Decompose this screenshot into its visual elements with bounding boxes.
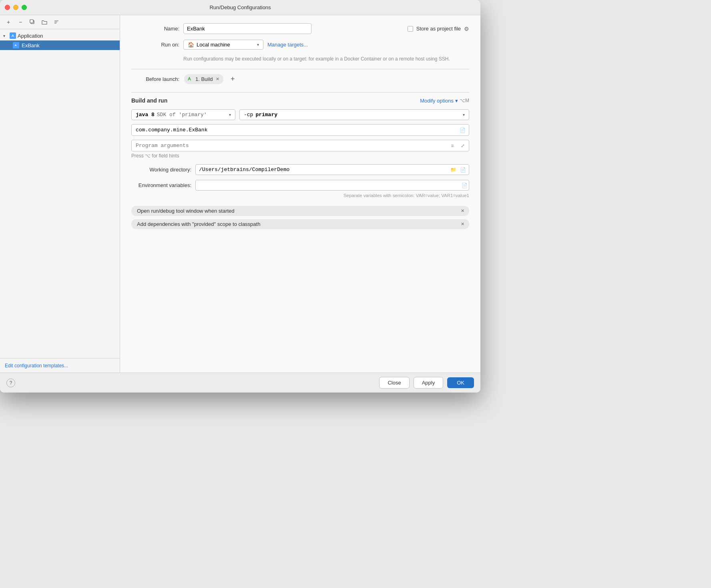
store-as-project-checkbox[interactable] bbox=[408, 26, 413, 32]
option-tag1-close-icon[interactable]: ✕ bbox=[461, 208, 464, 213]
ok-button[interactable]: OK bbox=[447, 377, 474, 388]
help-icon: ? bbox=[10, 380, 12, 386]
add-before-launch-button[interactable]: + bbox=[228, 75, 237, 84]
main-class-input[interactable] bbox=[132, 125, 456, 135]
copy-config-button[interactable] bbox=[27, 18, 38, 26]
program-args-icons: ≡ ⤢ bbox=[446, 141, 469, 150]
run-on-label: Run on: bbox=[131, 42, 179, 48]
sidebar-footer: Edit configuration templates... bbox=[0, 358, 120, 373]
traffic-lights bbox=[5, 5, 27, 10]
modify-options-label: Modify options bbox=[420, 98, 454, 104]
tree-item-exbank[interactable]: ExBank bbox=[0, 40, 120, 50]
class-browse-icon[interactable]: 📄 bbox=[456, 127, 469, 133]
before-launch-label: Before launch: bbox=[131, 76, 179, 82]
main-class-input-row: 📄 bbox=[131, 124, 469, 136]
env-input-wrapper: 📄 bbox=[195, 180, 469, 191]
section-title: Build and run bbox=[131, 97, 167, 104]
working-dir-icons: 📁 📄 bbox=[447, 165, 469, 174]
manage-targets-link[interactable]: Manage targets... bbox=[267, 42, 308, 48]
sort-button[interactable] bbox=[51, 18, 62, 26]
remove-config-button[interactable]: − bbox=[15, 18, 26, 26]
tree-group-header[interactable]: ▾ A Application bbox=[0, 31, 120, 40]
program-args-expand-icon[interactable]: ⤢ bbox=[458, 141, 467, 150]
exbank-label: ExBank bbox=[22, 42, 40, 48]
cp-prefix: -cp bbox=[244, 112, 253, 118]
run-description: Run configurations may be executed local… bbox=[183, 55, 469, 62]
sidebar: + − bbox=[0, 15, 120, 373]
sdk-suffix-label: SDK of 'primary' bbox=[157, 112, 207, 118]
program-args-edit-icon[interactable]: ≡ bbox=[448, 141, 457, 150]
option-tag2-close-icon[interactable]: ✕ bbox=[461, 222, 464, 227]
section-header-row: Build and run Modify options ▾ ⌥M bbox=[131, 97, 469, 104]
run-on-value: Local machine bbox=[197, 42, 230, 48]
sdk-version-label: java 8 bbox=[136, 112, 155, 118]
modify-options-button[interactable]: Modify options ▾ ⌥M bbox=[420, 98, 469, 104]
run-on-dropdown[interactable]: 🏠 Local machine ▾ bbox=[183, 40, 263, 50]
option-tag2-label: Add dependencies with "provided" scope t… bbox=[137, 221, 260, 227]
apply-button[interactable]: Apply bbox=[414, 377, 444, 389]
maximize-button[interactable] bbox=[22, 5, 27, 10]
build-tag[interactable]: 1. Build ✕ bbox=[184, 74, 223, 84]
option-tag-run-debug[interactable]: Open run/debug tool window when started … bbox=[131, 206, 469, 216]
build-tag-label: 1. Build bbox=[195, 76, 213, 82]
env-hint: Separate variables with semicolon: VAR=v… bbox=[131, 193, 469, 198]
store-as-project-label: Store as project file bbox=[416, 26, 461, 32]
folder-button[interactable] bbox=[39, 18, 50, 26]
program-args-row: ≡ ⤢ bbox=[131, 140, 469, 151]
help-button[interactable]: ? bbox=[6, 379, 15, 387]
edit-templates-link[interactable]: Edit configuration templates... bbox=[5, 363, 68, 369]
field-hint: Press ⌥ for field hints bbox=[131, 153, 469, 159]
option-tag1-label: Open run/debug tool window when started bbox=[137, 208, 235, 214]
env-input[interactable] bbox=[196, 180, 460, 190]
sdk-dropdown-arrow-icon: ▾ bbox=[229, 113, 231, 117]
sidebar-toolbar: + − bbox=[0, 15, 120, 29]
add-config-button[interactable]: + bbox=[3, 18, 14, 26]
build-tag-close-icon[interactable]: ✕ bbox=[216, 77, 219, 82]
name-label: Name: bbox=[131, 26, 179, 32]
working-dir-row: Working directory: 📁 📄 bbox=[131, 164, 469, 175]
name-row: Name: Store as project file ⚙ bbox=[131, 23, 469, 34]
home-icon: 🏠 bbox=[188, 42, 194, 48]
env-edit-icon[interactable]: 📄 bbox=[460, 181, 469, 190]
working-dir-folder-icon[interactable]: 📁 bbox=[449, 165, 458, 174]
dropdown-arrow-icon: ▾ bbox=[257, 42, 259, 47]
working-dir-input-wrapper: 📁 📄 bbox=[195, 164, 469, 175]
group-label: Application bbox=[18, 33, 43, 39]
name-row-left: Name: bbox=[131, 23, 311, 34]
env-label: Environment variables: bbox=[131, 182, 191, 188]
shortcut-hint: ⌥M bbox=[460, 98, 469, 103]
program-args-input[interactable] bbox=[132, 140, 446, 151]
sdk-row: java 8 SDK of 'primary' ▾ -cp primary ▾ bbox=[131, 109, 469, 120]
chevron-down-icon: ▾ bbox=[3, 34, 8, 38]
run-on-row: Run on: 🏠 Local machine ▾ Manage targets… bbox=[131, 40, 469, 50]
name-row-right: Store as project file ⚙ bbox=[408, 26, 469, 32]
minimize-button[interactable] bbox=[13, 5, 18, 10]
cp-dropdown-arrow-icon: ▾ bbox=[463, 113, 465, 117]
env-row: Environment variables: 📄 bbox=[131, 180, 469, 191]
working-dir-label: Working directory: bbox=[131, 167, 191, 173]
application-group-icon: A bbox=[10, 32, 16, 39]
cp-dropdown[interactable]: -cp primary ▾ bbox=[239, 109, 469, 120]
gear-icon[interactable]: ⚙ bbox=[464, 26, 469, 32]
before-launch-row: Before launch: 1. Build ✕ + bbox=[131, 74, 469, 84]
working-dir-edit-icon[interactable]: 📄 bbox=[458, 165, 467, 174]
bottom-bar: ? Close Apply OK bbox=[0, 373, 480, 393]
tree-group-application: ▾ A Application ExBank bbox=[0, 31, 120, 50]
cp-value: primary bbox=[255, 112, 277, 118]
option-tag-dependencies[interactable]: Add dependencies with "provided" scope t… bbox=[131, 219, 469, 229]
close-button[interactable]: Close bbox=[379, 377, 409, 389]
working-dir-input[interactable] bbox=[196, 165, 447, 175]
titlebar: Run/Debug Configurations bbox=[0, 0, 480, 15]
svg-rect-1 bbox=[30, 20, 33, 23]
name-input[interactable] bbox=[183, 23, 311, 34]
separator-2 bbox=[131, 92, 469, 93]
option-tags-section: Open run/debug tool window when started … bbox=[131, 206, 469, 232]
separator bbox=[131, 69, 469, 69]
exbank-icon bbox=[13, 42, 19, 48]
sdk-dropdown[interactable]: java 8 SDK of 'primary' ▾ bbox=[131, 109, 235, 120]
content-area: Name: Store as project file ⚙ Run on: 🏠 … bbox=[120, 15, 480, 373]
window-title: Run/Debug Configurations bbox=[209, 4, 271, 10]
main-container: + − bbox=[0, 15, 480, 373]
build-icon bbox=[187, 76, 193, 83]
close-button[interactable] bbox=[5, 5, 10, 10]
